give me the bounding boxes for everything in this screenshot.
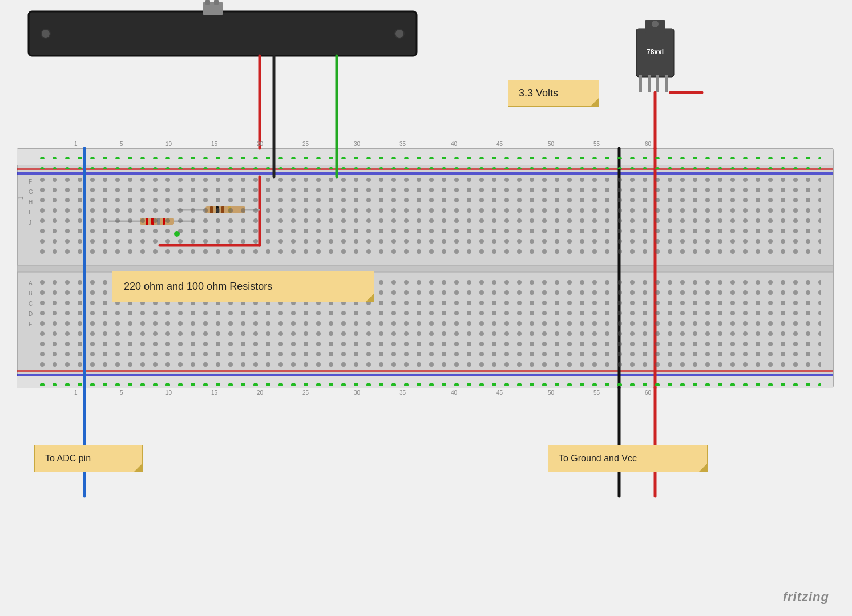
svg-rect-89 <box>39 161 821 169</box>
svg-text:A: A <box>29 280 33 286</box>
svg-text:1: 1 <box>74 390 78 396</box>
svg-rect-44 <box>216 206 219 213</box>
svg-point-9 <box>41 29 50 38</box>
ground-vcc-note-text: To Ground and Vcc <box>559 453 637 463</box>
svg-rect-4 <box>17 370 833 372</box>
svg-rect-11 <box>203 2 223 15</box>
svg-point-48 <box>174 231 180 237</box>
svg-rect-6 <box>17 376 833 388</box>
voltage-note: 3.3 Volts <box>508 80 599 107</box>
svg-point-10 <box>395 29 404 38</box>
vr-label: 78xxl <box>647 48 664 56</box>
svg-rect-3 <box>17 172 833 175</box>
svg-text:D: D <box>29 311 33 317</box>
svg-rect-1 <box>17 149 833 165</box>
fritzing-logo: fritzing <box>783 590 829 605</box>
svg-text:10: 10 <box>165 141 172 147</box>
svg-rect-39 <box>163 218 165 225</box>
svg-rect-2 <box>17 168 833 170</box>
svg-rect-90 <box>39 178 821 259</box>
svg-text:50: 50 <box>548 390 555 396</box>
svg-rect-13 <box>214 0 219 5</box>
svg-text:G: G <box>29 189 33 195</box>
svg-text:45: 45 <box>496 390 503 396</box>
svg-rect-37 <box>151 218 154 225</box>
svg-text:35: 35 <box>399 141 406 147</box>
svg-text:1: 1 <box>74 141 78 147</box>
svg-text:15: 15 <box>211 390 218 396</box>
svg-rect-43 <box>210 206 213 213</box>
svg-text:25: 25 <box>302 141 309 147</box>
svg-rect-17 <box>639 75 642 92</box>
svg-rect-18 <box>648 75 651 92</box>
svg-rect-8 <box>29 11 417 56</box>
svg-rect-92 <box>39 378 821 386</box>
svg-text:60: 60 <box>645 390 652 396</box>
svg-rect-0 <box>17 148 833 388</box>
svg-text:15: 15 <box>211 141 218 147</box>
svg-text:55: 55 <box>593 141 600 147</box>
svg-text:E: E <box>29 321 33 327</box>
svg-text:J: J <box>29 220 31 226</box>
svg-text:20: 20 <box>257 390 264 396</box>
svg-rect-45 <box>221 206 224 213</box>
adc-note-text: To ADC pin <box>45 453 91 463</box>
svg-rect-88 <box>39 151 821 159</box>
svg-text:F: F <box>29 179 32 185</box>
svg-text:20: 20 <box>257 141 264 147</box>
ground-vcc-note: To Ground and Vcc <box>548 445 708 472</box>
resistors-note: 220 ohm and 100 ohm Resistors <box>112 271 374 302</box>
svg-rect-5 <box>17 374 833 376</box>
svg-point-16 <box>652 21 659 27</box>
svg-text:40: 40 <box>451 141 458 147</box>
svg-text:55: 55 <box>593 390 600 396</box>
svg-text:5: 5 <box>120 390 123 396</box>
svg-rect-15 <box>645 20 665 33</box>
adc-note: To ADC pin <box>34 445 143 472</box>
svg-text:45: 45 <box>496 141 503 147</box>
resistors-note-text: 220 ohm and 100 ohm Resistors <box>124 281 272 292</box>
svg-rect-20 <box>665 75 668 92</box>
svg-rect-38 <box>157 218 160 225</box>
svg-rect-36 <box>146 218 148 225</box>
svg-text:35: 35 <box>399 390 406 396</box>
svg-text:C: C <box>29 301 33 307</box>
svg-text:60: 60 <box>645 141 652 147</box>
svg-rect-12 <box>205 0 210 5</box>
svg-text:B: B <box>29 290 33 297</box>
svg-rect-14 <box>636 29 674 77</box>
svg-rect-35 <box>140 218 174 225</box>
svg-text:H: H <box>29 199 33 205</box>
svg-text:30: 30 <box>354 390 361 396</box>
svg-text:5: 5 <box>120 141 123 147</box>
svg-text:10: 10 <box>165 390 172 396</box>
svg-rect-46 <box>228 206 231 213</box>
voltage-note-text: 3.3 Volts <box>519 87 558 99</box>
svg-rect-42 <box>205 206 245 213</box>
svg-text:I: I <box>29 209 30 216</box>
svg-text:1: 1 <box>18 196 24 200</box>
svg-rect-19 <box>656 75 659 92</box>
svg-text:40: 40 <box>451 390 458 396</box>
svg-text:25: 25 <box>302 390 309 396</box>
svg-text:30: 30 <box>354 141 361 147</box>
svg-text:50: 50 <box>548 141 555 147</box>
